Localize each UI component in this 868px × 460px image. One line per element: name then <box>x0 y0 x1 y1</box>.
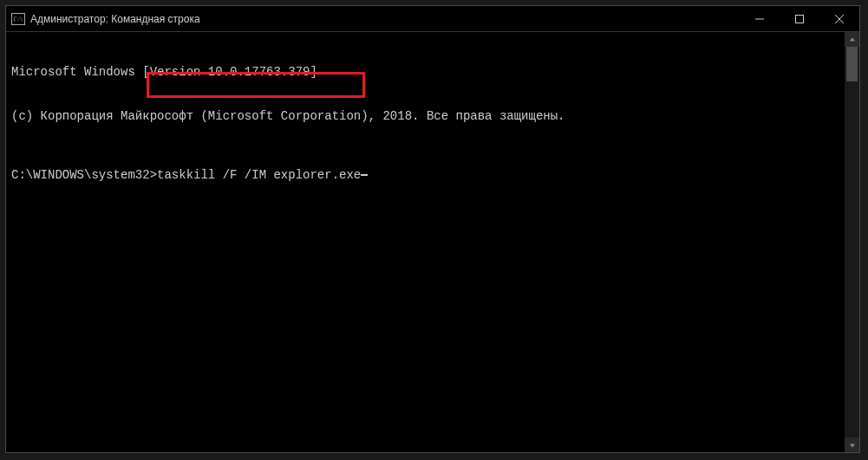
command-prompt-window: Администратор: Командная строка Microsof… <box>5 5 860 453</box>
maximize-button[interactable] <box>780 6 819 31</box>
minimize-button[interactable] <box>740 6 780 31</box>
vertical-scrollbar[interactable] <box>845 32 859 452</box>
output-line: (c) Корпорация Майкрософт (Microsoft Cor… <box>11 109 839 124</box>
scroll-down-button[interactable] <box>845 437 859 452</box>
prompt-line: C:\WINDOWS\system32>taskkill /F /IM expl… <box>11 168 839 183</box>
titlebar-left: Администратор: Командная строка <box>11 13 200 25</box>
prompt-text: C:\WINDOWS\system32> <box>11 168 157 183</box>
close-button[interactable] <box>819 6 859 31</box>
command-text: taskkill /F /IM explorer.exe <box>157 168 361 183</box>
cmd-icon <box>11 13 25 25</box>
scroll-up-button[interactable] <box>845 32 859 47</box>
cursor <box>361 174 368 176</box>
scroll-track[interactable] <box>845 47 859 437</box>
titlebar[interactable]: Администратор: Командная строка <box>6 6 859 32</box>
window-controls <box>740 6 859 31</box>
window-title: Администратор: Командная строка <box>30 13 200 25</box>
terminal-content[interactable]: Microsoft Windows [Version 10.0.17763.37… <box>6 32 845 452</box>
terminal-body: Microsoft Windows [Version 10.0.17763.37… <box>6 32 859 452</box>
scroll-thumb[interactable] <box>846 47 858 81</box>
output-line: Microsoft Windows [Version 10.0.17763.37… <box>11 65 839 80</box>
svg-rect-1 <box>796 15 804 23</box>
